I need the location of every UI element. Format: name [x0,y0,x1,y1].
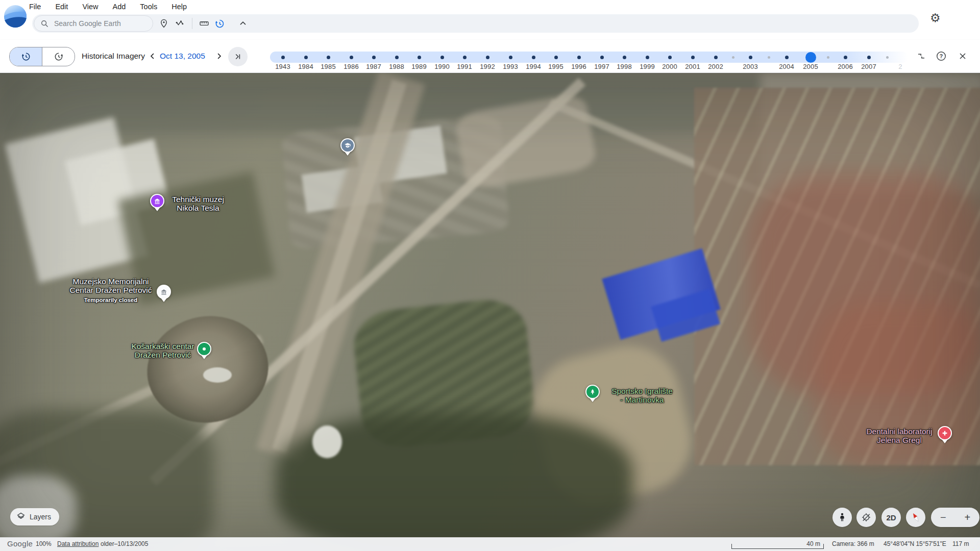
help-icon[interactable]: ? [935,50,947,62]
compass-off-icon[interactable] [856,508,876,527]
timeline-dot[interactable] [623,56,626,59]
poi-label-muzejsko-memorijalni-centar[interactable]: Muzejsko MemorijalniCentar Dražen Petrov… [69,277,152,305]
timeline-dot[interactable] [867,56,871,59]
timeline-dot[interactable] [440,56,444,59]
timeline-dot[interactable] [486,56,489,59]
google-brand: Google [7,539,33,548]
layers-icon [16,512,26,522]
svg-text:?: ? [940,53,943,59]
pegman-icon[interactable] [832,508,852,527]
timeline-year-label: 1990 [434,63,450,70]
historical-imagery-panel: Historical Imagery Oct 13, 2005 ? 194319… [0,40,980,73]
menu-edit[interactable]: Edit [54,2,69,11]
zoom-control: − + [931,508,979,527]
next-date-icon[interactable] [213,51,225,62]
timeline-year-label: 1995 [548,63,564,70]
timeline-dot[interactable] [668,56,672,59]
timeline-dot[interactable] [281,56,285,59]
camera-altitude: Camera: 366 m [832,540,874,547]
poi-label-kosarkaski-centar[interactable]: Košarkaški centarDražen Petrović [131,342,194,359]
poi-pin-muzejsko-memorijalni-centar[interactable] [157,285,171,302]
timeline-dot[interactable] [768,56,770,59]
timeline-year-label: 1994 [526,63,541,70]
poi-label-dentalni-laboratorij[interactable]: Dentalni laboratorijJelena Gregl [866,427,932,444]
timeline-dot[interactable] [350,56,353,59]
settings-gear-icon[interactable]: ⚙ [930,12,941,24]
latest-imagery-toggle[interactable] [42,47,75,66]
menu-help[interactable]: Help [170,2,188,11]
search-icon [40,19,49,28]
timeline-dot[interactable] [327,56,330,59]
timeline-year-label: 2007 [861,63,876,70]
historical-imagery-icon[interactable] [213,17,226,30]
collapse-toolbar-icon[interactable] [237,17,249,30]
timeline-dot[interactable] [844,56,847,59]
poi-label-tehnicki-muzej[interactable]: Tehnički muzejNikola Tesla [172,195,224,212]
close-icon[interactable] [957,50,969,62]
timeline-year-label: 1993 [503,63,518,70]
timeline-dot[interactable] [509,56,512,59]
poi-pin-school-place[interactable] [340,138,355,156]
2d-mode-button[interactable]: 2D [881,508,901,527]
timeline-dot[interactable] [691,56,695,59]
historical-imagery-title: Historical Imagery [82,40,145,72]
timeline-dot[interactable] [886,56,889,59]
compass-needle-icon[interactable] [906,508,925,527]
placemark-icon[interactable] [158,17,170,30]
previous-date-icon[interactable] [147,51,158,62]
timeline-year-label: 1985 [321,63,336,70]
timeline-year-label: 1986 [344,63,359,70]
timeline-dot[interactable] [827,56,829,59]
poi-pin-sportsko-igraliste-martinovka[interactable] [585,385,600,402]
imagery-date-text: older–10/13/2005 [101,540,148,547]
timeline-dot[interactable] [600,56,604,59]
timeline-year-label: 1989 [411,63,427,70]
zoom-out-button[interactable]: − [931,508,955,527]
timeline-dot[interactable] [532,56,535,59]
poi-pin-dentalni-laboratorij[interactable] [938,426,952,443]
zoom-in-button[interactable]: + [955,508,980,527]
map-canvas[interactable] [0,72,980,551]
timeline-dot[interactable] [646,56,649,59]
menu-add[interactable]: Add [112,2,127,11]
move-timeline-icon[interactable] [915,50,927,62]
search-box[interactable] [34,15,153,32]
search-input[interactable] [53,19,142,28]
timeline-dot[interactable] [463,56,467,59]
menu-tools[interactable]: Tools [139,2,158,11]
timeline-year-label: 2004 [779,63,794,70]
zoom-percent: 100% [36,540,52,547]
timeline-dot[interactable] [714,56,718,59]
timeline-dot[interactable] [418,56,421,59]
timeline-dot[interactable] [732,56,734,59]
poi-pin-tehnicki-muzej[interactable] [150,194,164,211]
poi-label-sportsko-igraliste-martinovka[interactable]: Sportsko Igralište- Martinovka [611,387,673,404]
timeline-dot[interactable] [304,56,308,59]
map-texture-blob [312,425,342,458]
google-earth-logo[interactable] [4,5,27,28]
poi-pin-kosarkaski-centar[interactable] [197,342,211,359]
timeline-dot[interactable] [749,56,752,59]
historical-imagery-toggle[interactable] [10,47,42,66]
timeline-dot[interactable] [395,56,399,59]
menu-view[interactable]: View [81,2,99,11]
timeline-year-label: 2005 [803,63,818,70]
timeline-dot-selected[interactable] [805,52,816,63]
skip-to-latest-icon[interactable] [228,47,248,66]
menu-file[interactable]: File [28,2,42,11]
ruler-icon[interactable] [198,17,210,30]
current-imagery-date[interactable]: Oct 13, 2005 [160,40,205,72]
timeline-year-label-partial: 2 [898,63,902,70]
timeline-year-label: 1998 [617,63,632,70]
layers-button[interactable]: Layers [10,508,59,525]
timeline-dot[interactable] [554,56,558,59]
toolbar-divider [192,18,192,29]
timeline-dot[interactable] [372,56,376,59]
map-texture-blob [203,367,232,383]
timeline[interactable] [270,52,908,63]
timeline-dot[interactable] [785,56,789,59]
data-attribution-link[interactable]: Data attribution [57,540,99,547]
path-icon[interactable] [174,17,186,30]
timeline-dot[interactable] [577,56,581,59]
elevation: 117 m [952,540,969,547]
